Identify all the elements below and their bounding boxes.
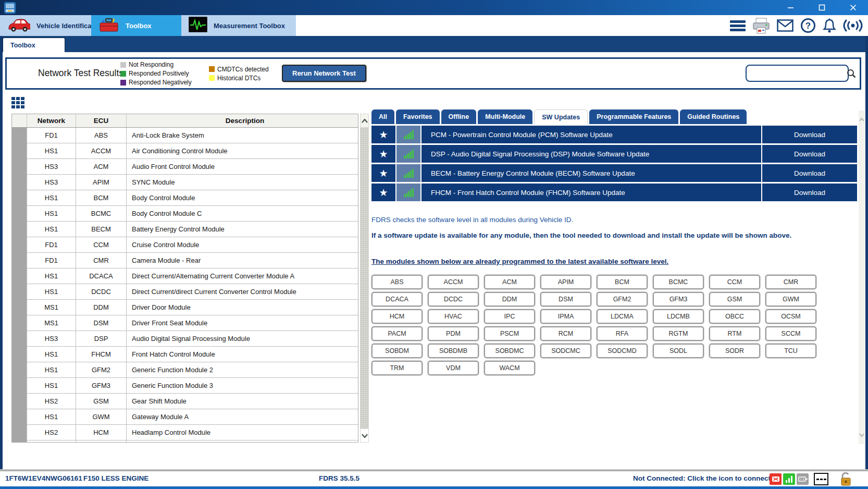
table-row[interactable]: FD1 CCM Cruise Control Module: [12, 237, 358, 253]
download-button[interactable]: Download: [762, 164, 857, 182]
table-row[interactable]: HS1 DCACA Direct Current/Alternating Cur…: [12, 268, 358, 284]
favorite-star-icon[interactable]: ★: [371, 184, 395, 201]
subtab-toolbox[interactable]: Toolbox: [3, 38, 65, 52]
download-button[interactable]: Download: [762, 126, 857, 143]
module-button-pdm[interactable]: PDM: [428, 326, 479, 341]
table-row[interactable]: HS1 BCMC Body Control Module C: [12, 206, 358, 222]
module-button-rcm[interactable]: RCM: [540, 326, 591, 341]
update-title[interactable]: PCM - Powertrain Control Module (PCM) So…: [421, 126, 761, 143]
module-button-rfa[interactable]: RFA: [597, 326, 648, 341]
download-button[interactable]: Download: [762, 145, 857, 163]
module-button-dcaca[interactable]: DCACA: [371, 292, 423, 307]
module-button-ldcma[interactable]: LDCMA: [597, 309, 648, 324]
tab-measurement-toolbox[interactable]: Measurement Toolbox: [181, 15, 296, 36]
maximize-button[interactable]: [814, 0, 829, 15]
module-button-bcm[interactable]: BCM: [597, 275, 648, 289]
table-row[interactable]: HS1 BECM Battery Energy Control Module: [12, 222, 358, 237]
module-button-apim[interactable]: APIM: [540, 275, 591, 289]
module-button-gfm3[interactable]: GFM3: [653, 292, 704, 307]
tab-multi-module[interactable]: Multi-Module: [478, 109, 532, 124]
help-icon[interactable]: ?: [800, 18, 816, 33]
table-row[interactable]: HS1 ACCM Air Conditioning Control Module: [12, 143, 358, 159]
wireless-icon[interactable]: [843, 18, 863, 33]
battery-icon[interactable]: [797, 473, 809, 485]
table-row[interactable]: HS1 GFM2 Generic Function Module 2: [12, 362, 358, 378]
tab-toolbox[interactable]: Toolbox: [91, 15, 181, 36]
module-button-sodl[interactable]: SODL: [653, 344, 704, 358]
module-button-bcmc[interactable]: BCMC: [653, 275, 704, 289]
minimize-button[interactable]: [783, 0, 798, 15]
module-button-ocsm[interactable]: OCSM: [765, 309, 816, 324]
tab-programmable-features[interactable]: Programmable Features: [589, 109, 678, 124]
module-button-sobdmb[interactable]: SOBDMB: [428, 344, 479, 358]
signal-strength-icon[interactable]: [783, 473, 795, 485]
update-title[interactable]: FHCM - Front Hatch Control Module (FHCM)…: [421, 184, 761, 201]
rerun-network-test-button[interactable]: Rerun Network Test: [282, 65, 366, 82]
module-button-sccm[interactable]: SCCM: [765, 326, 816, 341]
search-icon[interactable]: [847, 69, 856, 78]
tab-all[interactable]: All: [371, 109, 394, 124]
table-row[interactable]: HS3 ACM Audio Front Control Module: [12, 159, 358, 175]
dashes-indicator[interactable]: [814, 473, 828, 485]
update-title[interactable]: BECM - Battery Energy Control Module (BE…: [421, 164, 761, 182]
module-button-sobdmc[interactable]: SOBDMC: [484, 344, 535, 358]
tab-favorites[interactable]: Favorites: [396, 109, 440, 124]
module-button-wacm[interactable]: WACM: [484, 361, 535, 375]
scroll-up-button[interactable]: [360, 114, 369, 128]
grid-view-icon[interactable]: [11, 97, 24, 108]
favorite-star-icon[interactable]: ★: [371, 145, 395, 163]
table-row[interactable]: HS3 DSP Audio Digital Signal Processing …: [12, 331, 358, 347]
printer-icon[interactable]: [752, 17, 770, 34]
module-button-hvac[interactable]: HVAC: [428, 309, 479, 324]
module-button-rtm[interactable]: RTM: [709, 326, 760, 341]
module-button-hcm[interactable]: HCM: [371, 309, 423, 324]
module-button-ipc[interactable]: IPC: [484, 309, 535, 324]
update-title[interactable]: DSP - Audio Digital Signal Processing (D…: [421, 145, 761, 163]
module-button-sobdm[interactable]: SOBDM: [371, 344, 423, 358]
module-button-ipma[interactable]: IPMA: [540, 309, 591, 324]
table-row[interactable]: HS2 GSM Gear Shift Module: [12, 394, 358, 409]
table-row[interactable]: FD1 CMR Camera Module - Rear: [12, 253, 358, 268]
table-row[interactable]: FD1 ABS Anti-Lock Brake System: [12, 128, 358, 143]
module-button-pacm[interactable]: PACM: [371, 326, 423, 341]
menu-icon[interactable]: [730, 19, 746, 32]
tab-guided-routines[interactable]: Guided Routines: [680, 109, 747, 124]
module-button-sodr[interactable]: SODR: [709, 344, 760, 358]
tab-vehicle-identification[interactable]: Vehicle Identification: [0, 15, 91, 36]
main-scrollbar[interactable]: [859, 111, 865, 444]
module-button-pscm[interactable]: PSCM: [484, 326, 535, 341]
module-button-dsm[interactable]: DSM: [540, 292, 591, 307]
module-button-ccm[interactable]: CCM: [709, 275, 760, 289]
table-row[interactable]: HS2 HCM Headlamp Control Module: [12, 425, 358, 441]
module-button-trm[interactable]: TRM: [371, 361, 423, 375]
module-button-gwm[interactable]: GWM: [765, 292, 816, 307]
module-button-abs[interactable]: ABS: [371, 275, 423, 289]
column-header-network[interactable]: Network: [27, 114, 76, 127]
scrollbar-track[interactable]: [360, 128, 369, 429]
favorite-star-icon[interactable]: ★: [371, 126, 395, 143]
scroll-down-button[interactable]: [360, 429, 369, 443]
module-button-ldcmb[interactable]: LDCMB: [653, 309, 704, 324]
notifications-icon[interactable]: [823, 18, 836, 33]
unlock-icon[interactable]: [840, 472, 852, 486]
module-button-ddm[interactable]: DDM: [484, 292, 535, 307]
table-row[interactable]: HS3 APIM SYNC Module: [12, 175, 358, 190]
vcm-device-icon[interactable]: [770, 473, 782, 485]
module-button-obcc[interactable]: OBCC: [709, 309, 760, 324]
table-row[interactable]: HS1 FHCM Front Hatch Control Module: [12, 347, 358, 362]
table-row[interactable]: HS1 DCDC Direct Current/direct Current C…: [12, 284, 358, 300]
module-button-rgtm[interactable]: RGTM: [653, 326, 704, 341]
module-button-gfm2[interactable]: GFM2: [597, 292, 648, 307]
table-row[interactable]: HS1 GFM3 Generic Function Module 3: [12, 378, 358, 394]
module-button-dcdc[interactable]: DCDC: [428, 292, 479, 307]
download-button[interactable]: Download: [762, 184, 857, 201]
table-row[interactable]: MS1 DDM Driver Door Module: [12, 300, 358, 315]
module-button-cmr[interactable]: CMR: [765, 275, 816, 289]
module-button-sodcmd[interactable]: SODCMD: [597, 344, 648, 358]
table-row[interactable]: HS1 GWM Gateway Module A: [12, 409, 358, 425]
close-button[interactable]: [845, 0, 861, 15]
mail-icon[interactable]: [777, 19, 793, 32]
module-button-vdm[interactable]: VDM: [428, 361, 479, 375]
table-row[interactable]: MS1 DSM Driver Front Seat Module: [12, 315, 358, 331]
table-row[interactable]: HS1 BCM Body Control Module: [12, 190, 358, 206]
